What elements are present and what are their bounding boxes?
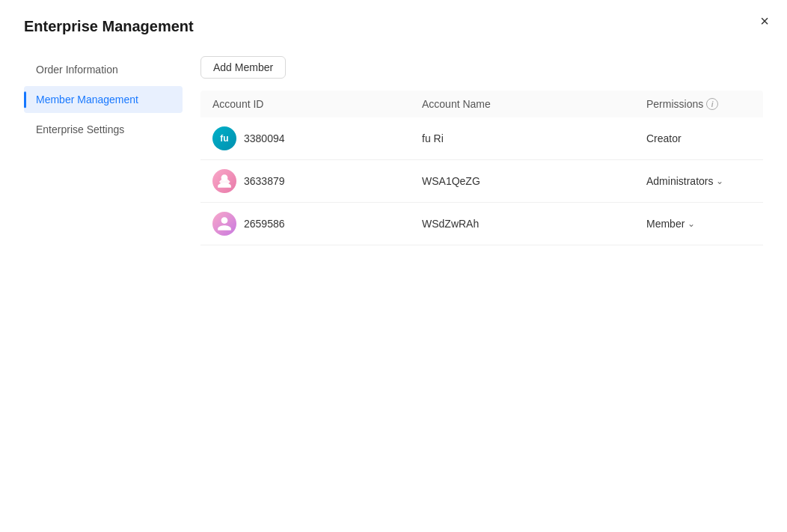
cell-account-name: WSA1QeZG <box>410 175 634 187</box>
close-button[interactable]: × <box>760 13 769 28</box>
avatar: fu <box>212 126 236 150</box>
sidebar-item-member-management[interactable]: Member Management <box>24 86 183 113</box>
dropdown-chevron-icon: ⌄ <box>716 176 723 186</box>
cell-account-id: fu 3380094 <box>200 126 410 150</box>
sidebar-item-order-information[interactable]: Order Information <box>24 56 183 83</box>
col-header-account-id: Account ID <box>200 98 410 110</box>
cell-permissions: Creator <box>634 132 763 144</box>
col-header-account-name: Account Name <box>410 98 634 110</box>
toolbar: Add Member <box>200 56 763 79</box>
table-row: 2659586 WSdZwRAh Member ⌄ <box>200 203 763 245</box>
members-table: Account ID Account Name Permissions i fu… <box>200 91 763 245</box>
dialog-title: Enterprise Management <box>24 18 763 35</box>
add-member-button[interactable]: Add Member <box>200 56 286 79</box>
main-content: Add Member Account ID Account Name Permi… <box>189 56 763 500</box>
user-silhouette-icon <box>216 215 233 232</box>
dropdown-chevron-icon: ⌄ <box>688 218 695 229</box>
cell-account-id: 2659586 <box>200 212 410 236</box>
cell-account-id: ◆ 3633879 <box>200 169 410 193</box>
col-header-permissions: Permissions i <box>634 98 763 110</box>
sidebar: Order Information Member Management Ente… <box>24 56 189 500</box>
sidebar-item-enterprise-settings[interactable]: Enterprise Settings <box>24 116 183 143</box>
table-row: fu 3380094 fu Ri Creator <box>200 117 763 160</box>
table-header: Account ID Account Name Permissions i <box>200 91 763 117</box>
cell-account-name: WSdZwRAh <box>410 218 634 230</box>
cell-permissions[interactable]: Administrators ⌄ <box>634 175 763 187</box>
cell-account-name: fu Ri <box>410 132 634 144</box>
enterprise-management-dialog: × Enterprise Management Order Informatio… <box>0 0 787 532</box>
avatar: ◆ <box>212 169 236 193</box>
permissions-info-icon[interactable]: i <box>706 98 718 110</box>
table-row: ◆ 3633879 WSA1QeZG Administrators ⌄ <box>200 160 763 203</box>
cell-permissions[interactable]: Member ⌄ <box>634 218 763 230</box>
avatar <box>212 212 236 236</box>
user-silhouette-icon <box>216 173 233 189</box>
layout: Order Information Member Management Ente… <box>24 56 763 500</box>
